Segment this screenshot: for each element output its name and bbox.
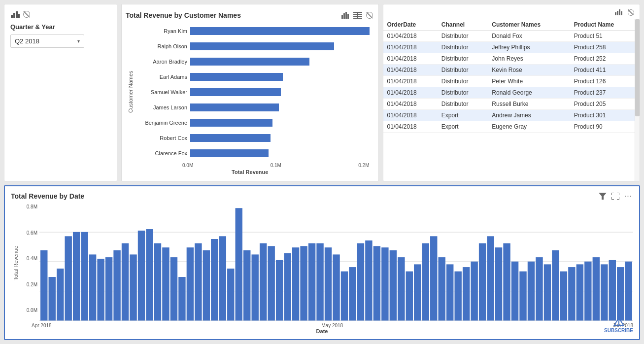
bottom-bar bbox=[325, 247, 332, 320]
bar-track bbox=[190, 27, 370, 35]
y-axis-label: Customer Names bbox=[126, 23, 136, 161]
bottom-bar bbox=[560, 272, 567, 321]
table-cell: John Reyes bbox=[488, 53, 570, 65]
bottom-bar bbox=[308, 243, 315, 321]
bottom-bar bbox=[552, 250, 559, 321]
y-tick: 0.0M bbox=[21, 308, 37, 313]
scrollbar[interactable] bbox=[635, 19, 640, 181]
bar-chart-header: Total Revenue by Customer Names bbox=[126, 10, 374, 20]
more-icon-bottom[interactable]: ··· bbox=[623, 191, 633, 201]
bottom-bar bbox=[341, 272, 348, 321]
bar-chart-icon-table[interactable] bbox=[614, 7, 624, 17]
bottom-bar bbox=[511, 262, 518, 321]
table-cell: Product 90 bbox=[570, 121, 640, 133]
filter-selected-value: Q2 2018 bbox=[15, 37, 39, 45]
bar-chart-area: Customer Names Ryan KimRalph OlsonAaron … bbox=[126, 23, 374, 175]
table-scroll[interactable]: OrderDateChannelCustomer NamesProduct Na… bbox=[383, 19, 640, 181]
bar-row: Samuel Walker bbox=[136, 87, 370, 98]
bottom-bar bbox=[97, 259, 104, 321]
table-panel: OrderDateChannelCustomer NamesProduct Na… bbox=[383, 4, 641, 181]
svg-rect-0 bbox=[11, 15, 13, 18]
table-cell: Export bbox=[438, 121, 488, 133]
table-header: OrderDate bbox=[383, 19, 438, 31]
table-cell: Product 237 bbox=[570, 87, 640, 99]
table-cell: Kevin Rose bbox=[488, 65, 570, 76]
no-entry-icon[interactable] bbox=[23, 11, 30, 18]
table-header: Product Name bbox=[570, 19, 640, 31]
table-cell: Distributor bbox=[438, 31, 488, 42]
bottom-bar bbox=[154, 243, 161, 321]
bottom-y-axis: 0.8M0.6M0.4M0.2M0.0M bbox=[21, 204, 39, 322]
table-cell: Jeffrey Phillips bbox=[488, 42, 570, 53]
bottom-bar bbox=[300, 246, 307, 320]
bottom-bar bbox=[528, 262, 535, 321]
bar-label: Ralph Olson bbox=[136, 43, 187, 49]
bar-label: Benjamin Greene bbox=[136, 120, 187, 126]
filter-panel-icons bbox=[10, 10, 111, 18]
bottom-chart-actions: ··· bbox=[598, 191, 633, 201]
bar-fill bbox=[190, 73, 283, 81]
bar-fill bbox=[190, 103, 279, 111]
bar-chart-icon-action[interactable] bbox=[341, 10, 351, 20]
y-tick: 0.6M bbox=[21, 230, 37, 236]
table-cell: 01/04/2018 bbox=[383, 76, 438, 87]
bar-row: Aaron Bradley bbox=[136, 56, 370, 67]
bottom-x-axis: Apr 2018May 2018Jun 2018 bbox=[32, 322, 633, 328]
bottom-bar bbox=[178, 277, 185, 320]
subscribe-button[interactable]: SUBSCRIBE bbox=[604, 317, 633, 333]
bar-row: Robert Cox bbox=[136, 133, 370, 143]
bottom-bar bbox=[568, 267, 575, 320]
table-icon-action[interactable] bbox=[353, 10, 363, 20]
bottom-bar bbox=[390, 250, 397, 321]
bar-track bbox=[190, 119, 370, 127]
filter-select[interactable]: Q2 2018 ▾ bbox=[10, 34, 84, 48]
bar-label: Earl Adams bbox=[136, 74, 187, 80]
no-entry-icon-table[interactable] bbox=[626, 7, 636, 17]
bottom-bar bbox=[138, 231, 145, 321]
svg-rect-6 bbox=[345, 12, 347, 19]
table-cell: Product 252 bbox=[570, 53, 640, 65]
bottom-bar bbox=[576, 264, 583, 320]
bottom-bar bbox=[544, 264, 551, 320]
bar-chart-icon[interactable] bbox=[10, 10, 20, 18]
bottom-bar bbox=[65, 236, 71, 320]
bottom-bar bbox=[479, 243, 486, 321]
bottom-bar bbox=[316, 243, 323, 321]
svg-rect-12 bbox=[357, 12, 358, 19]
bottom-bar bbox=[536, 257, 542, 320]
bottom-chart-svg bbox=[39, 204, 633, 322]
table-row: 01/04/2018ExportAndrew JamesProduct 301 bbox=[383, 110, 640, 121]
svg-rect-5 bbox=[343, 13, 345, 19]
table-cell: Product 126 bbox=[570, 76, 640, 87]
bar-fill bbox=[190, 88, 281, 96]
bottom-bar bbox=[422, 243, 429, 321]
bottom-bar bbox=[609, 260, 616, 321]
bars-container: Ryan KimRalph OlsonAaron BradleyEarl Ada… bbox=[136, 23, 374, 161]
table-cell: 01/04/2018 bbox=[383, 53, 438, 65]
table-cell: Export bbox=[438, 110, 488, 121]
bottom-bar bbox=[381, 247, 388, 320]
bottom-bar bbox=[284, 253, 291, 321]
bottom-bar bbox=[219, 236, 226, 320]
x-tick: 0.1M bbox=[271, 163, 281, 168]
bottom-chart-panel: Total Revenue by Date ··· bbox=[4, 185, 640, 340]
table-cell: Distributor bbox=[438, 99, 488, 110]
table-row: 01/04/2018DistributorPeter WhiteProduct … bbox=[383, 76, 640, 87]
subscribe-icon bbox=[613, 317, 625, 327]
filter-title: Quarter & Year bbox=[10, 23, 111, 31]
filter-icon-bottom[interactable] bbox=[598, 191, 608, 201]
bar-track bbox=[190, 73, 370, 81]
bottom-bar bbox=[593, 257, 600, 320]
table-cell: 01/04/2018 bbox=[383, 31, 438, 42]
bottom-bar bbox=[439, 257, 445, 320]
bottom-chart-header: Total Revenue by Date ··· bbox=[11, 191, 633, 201]
svg-rect-3 bbox=[18, 14, 20, 18]
no-entry-icon-bar[interactable] bbox=[365, 10, 374, 20]
bottom-bars-area bbox=[39, 204, 633, 322]
bottom-bar bbox=[113, 250, 120, 321]
expand-icon-bottom[interactable] bbox=[610, 191, 620, 201]
bar-fill bbox=[190, 119, 272, 127]
bottom-bar bbox=[81, 232, 88, 321]
bar-track bbox=[190, 88, 370, 96]
table-cell: Product 205 bbox=[570, 99, 640, 110]
